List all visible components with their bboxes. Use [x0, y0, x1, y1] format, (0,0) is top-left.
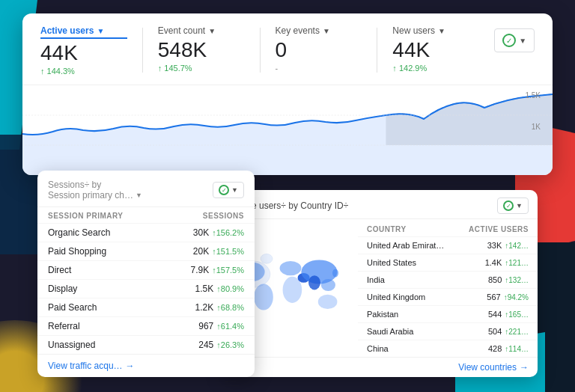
country-table-header: COUNTRY ACTIVE USERS: [358, 219, 538, 236]
new-users-dropdown-icon: ▼: [438, 27, 445, 35]
country-users-value: 504: [488, 327, 502, 336]
view-countries-link[interactable]: View countries →: [232, 362, 529, 373]
country-users-cell: 544 ↑165…: [488, 310, 529, 319]
map-check-button[interactable]: ✓ ▼: [497, 197, 529, 214]
session-count-cell: 245 ↑26.3%: [184, 340, 244, 350]
sessions-table-body: Organic Search 30K ↑156.2% Paid Shopping…: [37, 223, 255, 354]
metric-key-events: Key events ▼ 0 -: [276, 25, 377, 73]
session-change-value: ↑80.9%: [216, 284, 244, 293]
session-table-row[interactable]: Referral 967 ↑61.4%: [37, 316, 255, 335]
active-users-change: ↑ 144.3%: [40, 67, 127, 76]
session-count-cell: 30K ↑156.2%: [184, 227, 244, 238]
map-panel-content: COUNTRY ACTIVE USERS United Arab Emirat……: [223, 219, 538, 357]
sessions-panel-header: Sessions÷ by Session primary ch… ▼ ✓ ▼: [37, 171, 255, 207]
check-icon: ✓: [502, 34, 516, 47]
session-table-row[interactable]: Display 1.5K ↑80.9%: [37, 279, 255, 298]
users-col-header: ACTIVE USERS: [469, 225, 529, 233]
country-change-value: ↑114…: [505, 345, 529, 353]
country-users-value: 567: [487, 293, 500, 301]
country-users-cell: 567 ↑94.2%: [487, 293, 529, 301]
country-table-row[interactable]: Pakistan 544 ↑165…: [358, 305, 538, 322]
country-name-cell: United States: [367, 258, 449, 267]
session-table-row[interactable]: Organic Search 30K ↑156.2%: [37, 223, 255, 242]
session-count-cell: 967 ↑61.4%: [184, 321, 244, 331]
session-count-value: 1.5K: [195, 284, 214, 294]
session-source-cell: Direct: [48, 265, 184, 275]
session-table-row[interactable]: Unassigned 245 ↑26.3%: [37, 335, 255, 354]
country-users-cell: 504 ↑221…: [488, 327, 529, 336]
country-name-cell: United Arab Emirat…: [367, 241, 449, 250]
country-table-row[interactable]: India 850 ↑132…: [358, 271, 538, 288]
session-count-cell: 1.2K ↑68.8%: [184, 302, 244, 313]
svg-point-5: [280, 261, 302, 275]
country-users-value: 544: [488, 310, 502, 319]
country-users-cell: 428 ↑114…: [488, 344, 529, 353]
country-table-row[interactable]: United Kingdom 567 ↑94.2%: [358, 288, 538, 305]
sessions-title-line1: Sessions÷ by: [48, 180, 142, 190]
country-users-value: 850: [488, 275, 502, 284]
country-change-value: ↑121…: [505, 259, 529, 267]
country-name-cell: India: [367, 275, 449, 284]
sessions-panel-footer: View traffic acqu… →: [37, 354, 255, 377]
sessions-title-line2[interactable]: Session primary ch… ▼: [48, 190, 142, 200]
sessions-check-button[interactable]: ✓ ▼: [213, 182, 244, 198]
country-change-value: ↑132…: [505, 276, 529, 284]
active-users-label[interactable]: Active users ▼: [40, 25, 127, 39]
key-events-dropdown-icon: ▼: [323, 27, 330, 35]
key-events-value: 0: [276, 39, 362, 62]
session-count-value: 245: [198, 340, 213, 350]
map-panel-footer: View countries →: [223, 357, 538, 377]
country-change-value: ↑221…: [505, 328, 529, 336]
session-count-cell: 20K ↑151.5%: [184, 246, 244, 257]
sessions-table-header: SESSION PRIMARY SESSIONS: [37, 207, 255, 223]
svg-point-9: [308, 275, 320, 290]
session-count-value: 20K: [193, 246, 209, 257]
chart-y-label-mid: 1K: [532, 123, 541, 131]
new-users-label[interactable]: New users ▼: [392, 25, 479, 36]
map-footer-arrow-icon: →: [520, 362, 529, 373]
analytics-card: Active users ▼ 44K ↑ 144.3% Event count …: [22, 13, 553, 175]
metrics-row: Active users ▼ 44K ↑ 144.3% Event count …: [22, 13, 553, 85]
footer-arrow-icon: →: [126, 361, 135, 371]
session-count-cell: 7.9K ↑157.5%: [184, 265, 244, 275]
event-count-change: ↑ 145.7%: [158, 64, 245, 73]
chart-area: 1.5K 1K: [22, 85, 553, 175]
session-change-value: ↑68.8%: [216, 303, 244, 312]
event-count-label[interactable]: Event count ▼: [158, 25, 245, 36]
country-table-row[interactable]: United States 1.4K ↑121…: [358, 254, 538, 271]
new-users-value: 44K: [392, 39, 479, 62]
chart-y-label-top: 1.5K: [525, 91, 541, 99]
map-panel: Active users÷ by Country ID÷ ✓ ▼: [223, 190, 538, 377]
country-users-cell: 850 ↑132…: [488, 275, 529, 284]
country-table-row[interactable]: United Arab Emirat… 33K ↑142…: [358, 236, 538, 254]
country-rows: United Arab Emirat… 33K ↑142… United Sta…: [358, 236, 538, 357]
check-dropdown-arrow: ▼: [519, 37, 526, 45]
session-table-row[interactable]: Paid Search 1.2K ↑68.8%: [37, 298, 255, 316]
session-table-row[interactable]: Paid Shopping 20K ↑151.5%: [37, 242, 255, 260]
country-change-value: ↑94.2%: [504, 293, 529, 301]
session-change-value: ↑157.5%: [212, 266, 244, 275]
country-name-cell: Pakistan: [367, 310, 449, 319]
key-events-label[interactable]: Key events ▼: [276, 25, 362, 36]
metric-divider-2: [260, 28, 261, 73]
session-count-value: 967: [198, 321, 213, 331]
session-table-row[interactable]: Direct 7.9K ↑157.5%: [37, 260, 255, 279]
sessions-panel-title-area: Sessions÷ by Session primary ch… ▼: [48, 180, 142, 200]
svg-point-11: [318, 295, 338, 309]
session-change-value: ↑26.3%: [216, 340, 244, 349]
country-name-cell: China: [367, 344, 449, 353]
key-events-change: -: [276, 64, 362, 73]
session-count-value: 30K: [193, 227, 209, 238]
comparison-check-button[interactable]: ✓ ▼: [494, 28, 535, 52]
sessions-check-icon: ✓: [219, 185, 229, 195]
view-traffic-link[interactable]: View traffic acqu… →: [48, 361, 244, 371]
country-table-row[interactable]: Saudi Arabia 504 ↑221…: [358, 322, 538, 340]
country-users-cell: 1.4K ↑121…: [485, 258, 529, 267]
country-table-row[interactable]: China 428 ↑114…: [358, 340, 538, 357]
event-count-value: 548K: [158, 39, 245, 62]
session-source-cell: Unassigned: [48, 340, 184, 350]
session-source-cell: Organic Search: [48, 227, 184, 238]
map-panel-header: Active users÷ by Country ID÷ ✓ ▼: [223, 190, 538, 219]
session-change-value: ↑61.4%: [216, 322, 244, 331]
session-source-col-header: SESSION PRIMARY: [48, 212, 123, 220]
